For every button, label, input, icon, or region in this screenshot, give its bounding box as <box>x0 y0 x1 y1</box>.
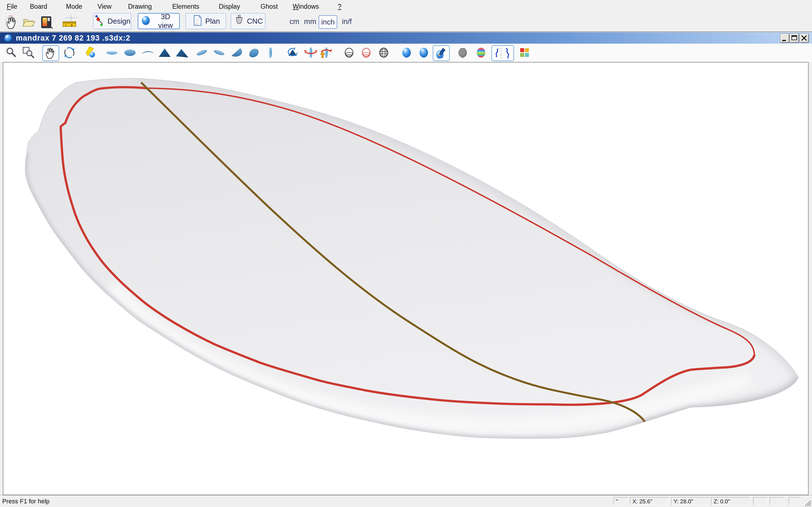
triangle-solid2-icon[interactable] <box>175 45 190 60</box>
board-front-icon[interactable] <box>263 45 278 60</box>
menu-bar: FileBoardModeViewDrawingElementsDisplayG… <box>0 0 812 13</box>
measure-ruler-icon[interactable] <box>61 14 77 30</box>
sphere-blue-icon[interactable] <box>399 45 414 60</box>
board-flip-icon[interactable] <box>318 45 333 60</box>
unit-mm[interactable]: mm <box>303 15 317 27</box>
blue-sphere-icon <box>140 15 151 28</box>
sphere-striped-icon[interactable] <box>455 45 470 60</box>
cnc-button-label: CNC <box>247 17 263 25</box>
sphere-mesh-icon[interactable] <box>376 45 391 60</box>
3d-view-mode-button[interactable]: 3D view <box>138 13 180 29</box>
menu-item-elements[interactable]: Elements <box>170 0 201 13</box>
hand-cursor-icon[interactable] <box>3 14 18 30</box>
document-icon <box>4 34 12 42</box>
zoom-region-icon[interactable] <box>21 45 36 60</box>
status-cell-e2 <box>770 497 784 505</box>
board-silhouette <box>26 78 799 439</box>
hand-tool-icon[interactable] <box>42 45 59 61</box>
plan-button-label: Plan <box>205 17 220 25</box>
menu-item-windows[interactable]: Windows <box>291 0 320 13</box>
design-nodes-icon <box>94 15 105 28</box>
application-window: { "menu": { "items": [ {"id":"file","lab… <box>0 0 812 507</box>
cnc-mode-button[interactable]: CNC <box>231 13 266 29</box>
status-help-text: Press F1 for help <box>2 496 50 507</box>
maximize-button[interactable] <box>790 34 799 43</box>
sphere-wire-icon[interactable] <box>342 45 356 60</box>
board-yaw-icon[interactable] <box>303 45 318 60</box>
main-toolbar: Design 3D view Plan CNC cm mm inch in/f <box>0 13 812 32</box>
minimize-button[interactable] <box>780 34 790 43</box>
triangle-solid-icon[interactable] <box>157 45 172 60</box>
wedge-icon[interactable] <box>230 45 245 60</box>
zoom-icon[interactable] <box>4 45 18 60</box>
menu-item-help[interactable]: ? <box>336 0 343 13</box>
status-bar: Press F1 for help "X: 25.6"Y: 28.0"Z: 0.… <box>0 495 812 507</box>
menu-item-display[interactable]: Display <box>217 0 242 13</box>
outline-filled-icon[interactable] <box>123 45 137 60</box>
document-title: mandrax 7 269 82 193 .s3dx:2 <box>16 34 130 43</box>
menu-item-board[interactable]: Board <box>28 0 49 13</box>
blob-icon[interactable] <box>246 45 261 60</box>
rocker-icon[interactable] <box>140 45 155 60</box>
lens-tilt-left-icon[interactable] <box>195 45 209 60</box>
sphere-blue2-icon[interactable] <box>416 45 431 60</box>
orbit-rotate-icon[interactable] <box>62 45 77 60</box>
surfboard-3d-render <box>3 62 808 495</box>
status-cell-y: Y: 28.0" <box>671 497 710 505</box>
view-toolbar <box>0 44 812 62</box>
design-button-label: Design <box>108 17 131 25</box>
menu-item-mode[interactable]: Mode <box>64 0 84 13</box>
symmetry-icon[interactable] <box>492 45 514 61</box>
plan-document-icon <box>192 15 203 28</box>
viewport-3d[interactable] <box>3 62 809 495</box>
resize-grip[interactable] <box>804 499 811 507</box>
status-cell-e3 <box>789 497 801 505</box>
status-cell-unit: " <box>613 497 628 505</box>
open-file-icon[interactable] <box>20 14 36 30</box>
cnc-bit-icon <box>234 15 245 28</box>
unit-inf[interactable]: in/f <box>340 15 354 27</box>
status-cell-z: Z: 0.0" <box>711 497 750 505</box>
menu-item-ghost[interactable]: Ghost <box>259 0 280 13</box>
close-button[interactable] <box>800 34 809 43</box>
status-cell-e1 <box>753 497 768 505</box>
render-light-icon[interactable] <box>84 45 98 60</box>
plan-mode-button[interactable]: Plan <box>186 13 226 29</box>
sphere-paint-icon[interactable] <box>433 45 450 61</box>
save-file-icon[interactable] <box>38 14 54 30</box>
menu-item-drawing[interactable]: Drawing <box>126 0 153 13</box>
status-cell-x: X: 25.6" <box>630 497 669 505</box>
3d-view-button-label: 3D view <box>154 12 177 30</box>
lens-tilt-right-icon[interactable] <box>212 45 226 60</box>
outline-thin-icon[interactable] <box>105 45 119 60</box>
design-mode-button[interactable]: Design <box>93 13 132 29</box>
color-squares-icon[interactable] <box>517 45 532 60</box>
spin-triangle-icon[interactable] <box>285 45 300 60</box>
menu-item-file[interactable]: File <box>5 0 19 13</box>
unit-cm[interactable]: cm <box>288 15 301 27</box>
unit-inch[interactable]: inch <box>319 15 337 29</box>
menu-item-view[interactable]: View <box>96 0 113 13</box>
sphere-wire-red-icon[interactable] <box>359 45 373 60</box>
document-title-bar[interactable]: mandrax 7 269 82 193 .s3dx:2 <box>0 33 812 44</box>
sphere-rainbow-icon[interactable] <box>474 45 488 60</box>
